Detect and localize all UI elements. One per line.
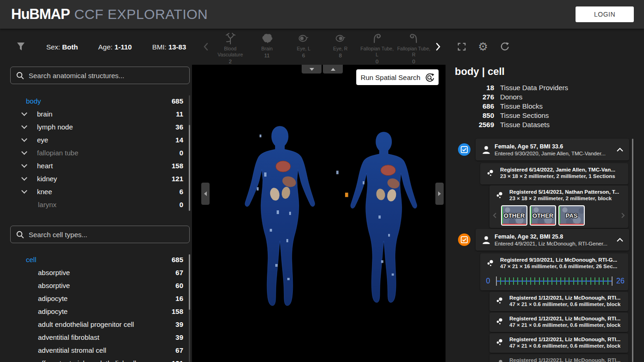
slider-tick xyxy=(599,277,600,285)
cell-search-input[interactable] xyxy=(29,231,184,239)
slider-tick xyxy=(594,277,595,285)
right-panel-handle[interactable] xyxy=(435,183,444,205)
cell-scrollbar-thumb[interactable] xyxy=(189,254,190,310)
tree-row-brain[interactable]: brain 11 xyxy=(0,107,190,120)
chevron-up-icon[interactable] xyxy=(616,147,624,152)
section-thumbnail[interactable]: OTHER xyxy=(530,205,556,226)
filter-icon[interactable] xyxy=(16,42,26,52)
tissue-block-icon xyxy=(486,169,495,177)
chevron-down-icon[interactable] xyxy=(21,149,27,155)
search-icon xyxy=(16,231,24,239)
gear-icon[interactable]: ⚙ xyxy=(477,41,489,53)
triangle-up-icon xyxy=(331,68,335,71)
anatomical-search-input[interactable] xyxy=(29,72,184,80)
tissue-block-card[interactable]: Registered 5/14/2021, Nathan Patterson, … xyxy=(489,185,628,228)
tissue-block-icon xyxy=(495,191,504,199)
tree-row-absorptive-1[interactable]: absorptive 67 xyxy=(0,266,190,279)
left-panel-handle[interactable] xyxy=(201,183,210,205)
tissue-block-card[interactable]: Registered 1/12/2021, Liz McDonough, RTI… xyxy=(489,354,628,362)
tree-row-knee[interactable]: knee 6 xyxy=(0,185,190,198)
organ-fallopian-tube-right[interactable]: Fallopian Tube, R 0 xyxy=(397,32,430,64)
tree-row-lymph-node[interactable]: lymph node 36 xyxy=(0,120,190,133)
section-thumbnails: OTHER OTHER PAS xyxy=(489,204,628,227)
chevron-up-icon[interactable] xyxy=(616,238,624,242)
donor-summary: Female, Age 57, BMI 33.6 xyxy=(495,143,616,150)
filter-sex[interactable]: Sex: Both xyxy=(46,43,78,51)
tree-row-absorptive-2[interactable]: absorptive 60 xyxy=(0,279,190,292)
tree-row-kidney[interactable]: kidney 121 xyxy=(0,172,190,185)
slider-track[interactable] xyxy=(496,276,613,286)
person-icon xyxy=(482,145,491,154)
slider-tick xyxy=(556,277,557,285)
chevron-down-icon[interactable] xyxy=(21,123,27,129)
chevron-down-icon[interactable] xyxy=(21,162,27,168)
refresh-icon[interactable] xyxy=(498,41,510,53)
tree-row-adipocyte-1[interactable]: adipocyte 16 xyxy=(0,292,190,305)
tree-row-fallopian-tube[interactable]: fallopian tube 0 xyxy=(0,146,190,159)
tissue-block-card[interactable]: Registered 9/10/2021, Liz McDonough, RTI… xyxy=(480,253,628,290)
stat-row: 18Tissue Data Providers xyxy=(455,83,568,92)
filter-bmi[interactable]: BMI: 13-83 xyxy=(152,43,186,51)
organ-blood-vasculature[interactable]: Blood Vasculature 2 xyxy=(214,32,247,64)
section-thumbnail[interactable]: PAS xyxy=(558,205,585,226)
slider-tick xyxy=(500,277,501,285)
donor-1-checkbox[interactable] xyxy=(458,143,471,156)
organ-fallopian-tube-left[interactable]: Fallopian Tube, L 0 xyxy=(360,32,394,64)
organ-brain[interactable]: Brain 11 xyxy=(250,32,284,58)
tree-row-body[interactable]: body 685 xyxy=(0,94,190,107)
tissue-block-card[interactable]: Registered 1/12/2021, Liz McDonough, RTI… xyxy=(489,292,628,311)
body-models-canvas[interactable] xyxy=(192,65,446,362)
tree-row-adventitial-fibroblast[interactable]: adventitial fibroblast 39 xyxy=(0,331,190,344)
tree-row-eye[interactable]: eye 14 xyxy=(0,133,190,146)
anatomical-scrollbar-thumb[interactable] xyxy=(189,125,190,211)
results-scrollbar-thumb[interactable] xyxy=(632,139,633,362)
donor-entered: Entered 9/30/2020, Jamie Allen, TMC-Vand… xyxy=(495,151,616,156)
organ-eye-right[interactable]: Eye, R 8 xyxy=(324,32,357,58)
section-thumbnail[interactable]: OTHER xyxy=(501,205,527,226)
slider-tick xyxy=(522,277,523,285)
donor-2-checkbox[interactable] xyxy=(458,233,471,246)
tissue-block-card[interactable]: Registered 1/12/2021, Liz McDonough, RTI… xyxy=(489,313,628,332)
donor-2-card[interactable]: Female, Age 32, BMI 25.8 Entered 4/9/202… xyxy=(476,229,629,251)
anatomical-tree: body 685 brain 11 lymph node 36 eye 14 f… xyxy=(0,94,190,211)
blood-vasculature-icon xyxy=(214,32,247,45)
slider-tick xyxy=(569,277,570,285)
tree-row-adventitial-stromal-cell[interactable]: adventitial stromal cell 67 xyxy=(0,344,190,356)
tree-row-adult-endothelial-progenitor-cell[interactable]: adult endothelial progenitor cell 39 xyxy=(0,318,190,331)
slider-tick xyxy=(586,277,587,285)
fullscreen-icon[interactable] xyxy=(456,41,468,53)
tissue-block-card[interactable]: Registered 6/14/2022, Jamie Allen, TMC-V… xyxy=(480,163,628,184)
anatomical-search-box xyxy=(10,67,190,84)
carousel-right-icon[interactable] xyxy=(432,37,444,56)
chevron-down-icon[interactable] xyxy=(21,188,27,194)
tree-row-cell[interactable]: cell 685 xyxy=(0,253,190,266)
organ-eye-left[interactable]: Eye, L 6 xyxy=(287,32,320,58)
slider-tick xyxy=(582,277,582,285)
chevron-down-icon[interactable] xyxy=(21,136,27,142)
organ-carousel: Blood Vasculature 2 Brain 11 Eye, L 6 xyxy=(200,29,444,65)
run-spatial-search-button[interactable]: Run Spatial Search xyxy=(356,69,439,85)
login-button[interactable]: LOGIN xyxy=(576,6,634,22)
tree-row-larynx[interactable]: larynx 0 xyxy=(0,198,190,211)
tree-row-afferent-arteriole-endothelial-cell[interactable]: afferent arteriole endothelial cell 121 xyxy=(0,356,190,362)
fallopian-tube-right-icon xyxy=(397,32,430,45)
thumbnails-left-icon[interactable] xyxy=(489,212,500,219)
filter-age[interactable]: Age: 1-110 xyxy=(98,43,132,51)
sections-slider[interactable]: 0 26 xyxy=(480,275,628,288)
slider-tick xyxy=(603,277,604,285)
thumbnails-right-icon[interactable] xyxy=(618,212,628,219)
tree-row-adipocyte-2[interactable]: adipocyte 158 xyxy=(0,305,190,318)
collapse-down-button[interactable] xyxy=(302,65,322,74)
carousel-left-icon[interactable] xyxy=(200,37,212,56)
eye-left-icon xyxy=(287,32,320,45)
chevron-down-icon[interactable] xyxy=(21,175,27,181)
slider-tick xyxy=(505,277,506,285)
tissue-block-card[interactable]: Registered 1/12/2021, Liz McDonough, RTI… xyxy=(489,333,628,353)
collapse-up-button[interactable] xyxy=(323,65,343,74)
donor-1-card[interactable]: Female, Age 57, BMI 33.6 Entered 9/30/20… xyxy=(476,139,629,160)
body-viewer[interactable]: Run Spatial Search xyxy=(192,65,446,362)
tree-row-heart[interactable]: heart 158 xyxy=(0,159,190,172)
brain-icon xyxy=(250,32,284,45)
chevron-down-icon[interactable] xyxy=(21,110,27,116)
tissue-block-icon xyxy=(495,359,504,362)
